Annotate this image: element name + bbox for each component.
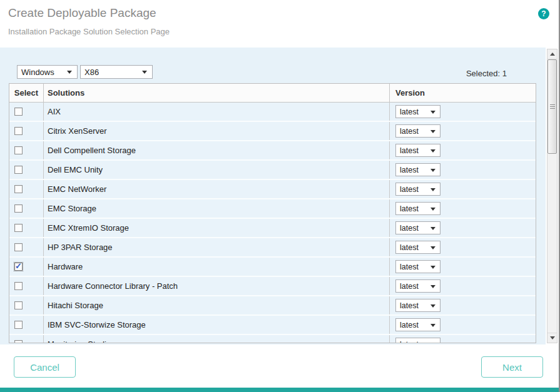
- solution-name: IBM SVC-Storwize Storage: [44, 316, 390, 334]
- version-select-value: latest: [396, 282, 419, 291]
- chevron-down-icon: [430, 227, 435, 230]
- version-select-value: latest: [396, 243, 419, 252]
- row-checkbox[interactable]: [14, 166, 23, 174]
- table-row: Hardware Connector Library - Patchlatest: [9, 277, 536, 296]
- version-select[interactable]: latest: [395, 260, 440, 273]
- row-checkbox[interactable]: [14, 185, 23, 193]
- page-subtitle: Installation Package Solution Selection …: [8, 27, 170, 36]
- help-icon[interactable]: ?: [538, 8, 549, 19]
- version-select[interactable]: latest: [395, 183, 440, 196]
- next-button[interactable]: Next: [481, 356, 543, 378]
- chevron-down-icon: [430, 169, 435, 172]
- os-select[interactable]: Windows: [17, 65, 78, 79]
- chevron-down-icon: [430, 304, 435, 308]
- vertical-scrollbar[interactable]: [547, 49, 557, 343]
- version-select[interactable]: latest: [395, 163, 440, 176]
- version-select[interactable]: latest: [395, 299, 440, 312]
- cancel-button[interactable]: Cancel: [14, 356, 76, 378]
- page-title: Create Deployable Package: [8, 6, 156, 20]
- version-select-value: latest: [396, 166, 419, 174]
- version-select-value: latest: [396, 263, 419, 271]
- scrollbar-grip-icon: [550, 104, 555, 109]
- solutions-table-header: Select Solutions Version: [9, 84, 536, 103]
- row-checkbox[interactable]: ✓: [14, 263, 23, 271]
- solution-name: EMC XtremIO Storage: [44, 219, 390, 237]
- version-select[interactable]: latest: [395, 105, 440, 118]
- row-checkbox[interactable]: [14, 108, 23, 116]
- column-header-solutions: Solutions: [44, 84, 390, 102]
- version-select[interactable]: latest: [395, 279, 440, 293]
- solutions-table-body: AIXlatestCitrix XenServerlatestDell Comp…: [9, 103, 536, 343]
- chevron-down-icon: [430, 111, 435, 114]
- solution-name: Hardware: [44, 258, 390, 276]
- solution-name: Hardware Connector Library - Patch: [44, 277, 390, 295]
- row-checkbox[interactable]: [14, 301, 23, 309]
- solution-name: Monitoring Studio: [44, 335, 390, 343]
- version-select-value: latest: [396, 340, 419, 344]
- scrollbar-thumb[interactable]: [547, 59, 557, 154]
- chevron-down-icon: [142, 71, 147, 74]
- solutions-table: Select Solutions Version AIXlatestCitrix…: [9, 83, 536, 343]
- question-mark-glyph: ?: [541, 9, 546, 18]
- table-row: ✓Hardwarelatest: [9, 258, 536, 277]
- chevron-down-icon: [430, 343, 435, 344]
- version-select[interactable]: latest: [395, 221, 440, 234]
- version-select[interactable]: latest: [395, 202, 440, 215]
- scrollbar-down-button[interactable]: [547, 333, 557, 343]
- table-row: Citrix XenServerlatest: [9, 122, 536, 141]
- chevron-down-icon: [430, 130, 435, 133]
- solution-name: Citrix XenServer: [44, 122, 390, 140]
- version-select-value: latest: [396, 224, 419, 233]
- solution-name: Dell EMC Unity: [44, 161, 390, 179]
- window-bottom-bar: [0, 388, 560, 392]
- architecture-select-value: X86: [81, 68, 99, 77]
- row-checkbox[interactable]: [14, 224, 23, 232]
- solution-name: Dell Compellent Storage: [44, 141, 390, 159]
- chevron-down-icon: [430, 149, 435, 153]
- table-row: HP 3PAR Storagelatest: [9, 238, 536, 258]
- chevron-down-icon: [430, 246, 435, 249]
- row-checkbox[interactable]: [14, 321, 23, 329]
- os-select-value: Windows: [18, 68, 54, 77]
- selected-count-label: Selected: 1: [438, 69, 507, 78]
- chevron-down-icon: [430, 188, 435, 191]
- table-row: Dell EMC Unitylatest: [9, 161, 536, 180]
- row-checkbox[interactable]: [14, 282, 23, 290]
- version-select[interactable]: latest: [395, 338, 440, 343]
- architecture-select[interactable]: X86: [80, 65, 153, 79]
- solution-name: Hitachi Storage: [44, 296, 390, 314]
- version-select[interactable]: latest: [395, 241, 440, 254]
- chevron-down-icon: [430, 285, 435, 288]
- table-row: AIXlatest: [9, 103, 536, 122]
- version-select-value: latest: [396, 301, 419, 310]
- column-header-version: Version: [390, 84, 536, 102]
- solution-name: EMC NetWorker: [44, 180, 390, 198]
- create-deployable-package-dialog: Create Deployable Package Installation P…: [0, 0, 560, 392]
- table-row: Dell Compellent Storagelatest: [9, 141, 536, 161]
- row-checkbox[interactable]: [14, 243, 23, 251]
- chevron-down-icon: [67, 71, 72, 74]
- version-select[interactable]: latest: [395, 124, 440, 138]
- version-select[interactable]: latest: [395, 144, 440, 157]
- row-checkbox[interactable]: [14, 204, 23, 213]
- solution-name: HP 3PAR Storage: [44, 238, 390, 256]
- chevron-down-icon: [430, 324, 435, 327]
- version-select-value: latest: [396, 185, 419, 194]
- chevron-down-icon: [430, 266, 435, 269]
- table-row: Monitoring Studiolatest: [9, 335, 536, 343]
- scrollbar-up-button[interactable]: [547, 49, 557, 59]
- version-select-value: latest: [396, 108, 419, 116]
- table-row: IBM SVC-Storwize Storagelatest: [9, 316, 536, 335]
- arrow-down-icon: [550, 336, 555, 339]
- version-select[interactable]: latest: [395, 318, 440, 331]
- row-checkbox[interactable]: [14, 340, 23, 343]
- version-select-value: latest: [396, 146, 419, 155]
- version-select-value: latest: [396, 127, 419, 136]
- row-checkbox[interactable]: [14, 146, 23, 154]
- solution-name: AIX: [44, 103, 390, 121]
- table-row: EMC NetWorkerlatest: [9, 180, 536, 199]
- solution-name: EMC Storage: [44, 199, 390, 218]
- version-select-value: latest: [396, 204, 419, 213]
- version-select-value: latest: [396, 321, 419, 329]
- row-checkbox[interactable]: [14, 127, 23, 135]
